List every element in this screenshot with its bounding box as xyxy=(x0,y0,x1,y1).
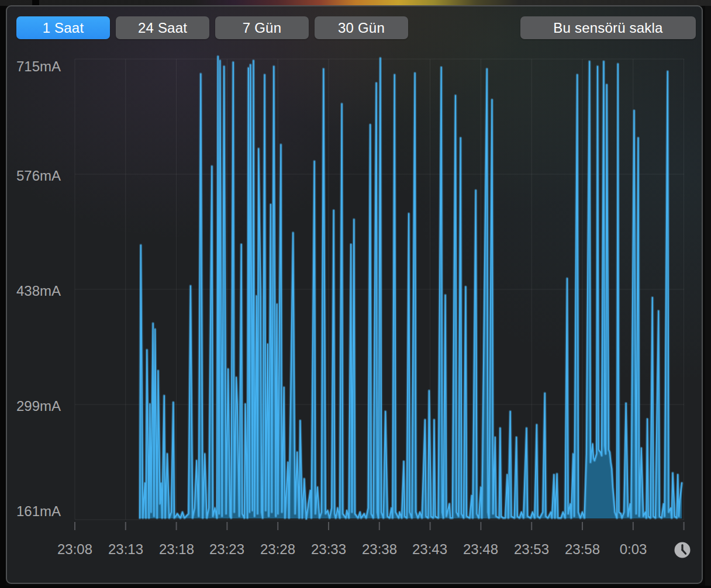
x-axis-label: 23:58 xyxy=(554,541,610,558)
range-button-30-days[interactable]: 30 Gün xyxy=(315,16,408,39)
sensor-history-popover: 1 Saat 24 Saat 7 Gün 30 Gün Bu sensörü s… xyxy=(0,0,711,588)
x-axis-label: 23:08 xyxy=(47,541,103,558)
current-history-chart[interactable] xyxy=(0,0,711,588)
range-button-1-hour[interactable]: 1 Saat xyxy=(16,16,110,39)
x-axis-label: 23:23 xyxy=(199,541,255,558)
x-axis-label: 23:33 xyxy=(301,541,357,558)
x-axis-label: 23:53 xyxy=(503,541,560,558)
x-axis-label: 0:03 xyxy=(605,541,661,558)
y-axis-label: 438mA xyxy=(8,282,61,300)
clock-icon[interactable] xyxy=(674,541,691,559)
y-axis-label: 161mA xyxy=(8,503,61,520)
range-button-24-hours[interactable]: 24 Saat xyxy=(116,16,209,39)
x-axis-label: 23:48 xyxy=(453,541,509,558)
y-axis-label: 576mA xyxy=(8,167,61,185)
y-axis-label: 715mA xyxy=(8,58,61,75)
x-axis-label: 23:13 xyxy=(98,541,154,558)
hide-sensor-button[interactable]: Bu sensörü sakla xyxy=(520,16,696,39)
range-button-7-days[interactable]: 7 Gün xyxy=(215,16,309,39)
x-axis-label: 23:18 xyxy=(149,541,205,558)
x-axis-label: 23:28 xyxy=(250,541,306,558)
x-axis-label: 23:43 xyxy=(402,541,458,558)
x-axis-label: 23:38 xyxy=(351,541,408,558)
y-axis-label: 299mA xyxy=(8,397,61,415)
